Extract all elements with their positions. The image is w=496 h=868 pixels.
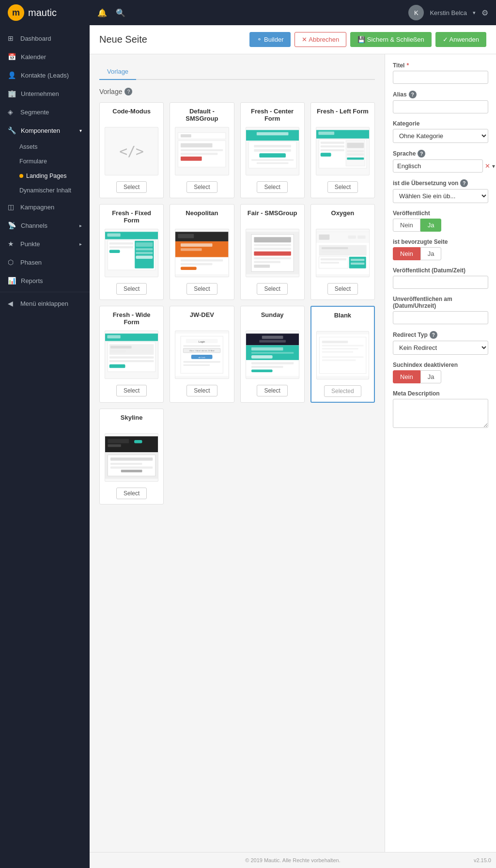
svg-rect-27 (347, 150, 364, 152)
svg-text:Über: I label deinen 3I Mail: Über: I label deinen 3I Mail (189, 349, 215, 352)
select-button-sunday[interactable]: Select (257, 385, 287, 396)
template-name: Fresh - Wide Form (105, 311, 158, 331)
sidebar-item-dashboard[interactable]: ⊞ Dashboard (0, 29, 90, 47)
template-card-blank[interactable]: Blank (310, 306, 375, 403)
template-card-oxygen[interactable]: Oxygen (310, 204, 375, 300)
alias-input[interactable] (393, 100, 488, 113)
user-name[interactable]: Kerstin Belca (430, 9, 467, 16)
sidebar-item-channels[interactable]: 📡 Channels ▸ (0, 216, 90, 235)
template-card-skyline[interactable]: Skyline (99, 409, 164, 505)
redirect-typ-select[interactable]: Kein Redirect (393, 341, 488, 355)
kategorie-select[interactable]: Ohne Kategorie (393, 129, 488, 143)
template-card-fresh-left-form[interactable]: Fresh - Left Form (310, 102, 375, 198)
sidebar-item-komponenten[interactable]: 🔧 Komponenten ▾ (0, 121, 90, 140)
meta-textarea[interactable] (393, 399, 488, 428)
template-name: Neopolitan (186, 209, 218, 229)
template-card-fair-smsgroup[interactable]: Fair - SMSGroup (240, 204, 305, 300)
titel-input[interactable] (393, 71, 488, 84)
template-card-fresh-fixed-form[interactable]: Fresh - Fixed Form (99, 204, 164, 300)
template-name: JW-DEV (190, 311, 214, 331)
svg-rect-49 (181, 259, 223, 261)
sidebar-item-unternehmen[interactable]: 🏢 Unternehmen (0, 84, 90, 103)
sidebar-item-assets[interactable]: Assets (16, 140, 90, 154)
select-button-fresh-wide-form[interactable]: Select (116, 385, 147, 396)
uebersetzung-help-icon[interactable]: ? (460, 179, 468, 187)
select-button-neopolitan[interactable]: Select (186, 283, 217, 295)
sidebar-item-landing-pages[interactable]: Landing Pages (16, 169, 90, 183)
svg-rect-56 (254, 248, 291, 250)
svg-rect-21 (320, 142, 344, 143)
user-chevron-icon[interactable]: ▾ (473, 10, 476, 16)
redirect-help-icon[interactable]: ? (430, 331, 437, 339)
template-card-jw-dev[interactable]: JW-DEV Login Über: I label deinen 3I Mai… (170, 306, 234, 403)
uebersetzung-select[interactable]: Wählen Sie ein üb... (393, 189, 488, 203)
suchindex-ja-button[interactable]: Ja (420, 370, 442, 383)
meta-label: Meta Description (393, 390, 488, 397)
search-icon[interactable]: 🔍 (116, 8, 125, 17)
sidebar-item-punkte[interactable]: ★ Punkte ▸ (0, 235, 90, 253)
sidebar-item-dynamischer[interactable]: Dynamischer Inhalt (16, 183, 90, 198)
fresh-left-preview-svg (316, 127, 369, 175)
selected-button-blank[interactable]: Selected (324, 385, 361, 397)
select-button-fair-smsgroup[interactable]: Select (257, 283, 287, 295)
svg-rect-125 (110, 463, 142, 465)
builder-button[interactable]: ⚬ Builder (249, 32, 291, 47)
veroeffentlicht-nein-button[interactable]: Nein (393, 219, 420, 232)
svg-rect-4 (181, 143, 213, 148)
redirect-typ-label: Redirect Typ ? (393, 331, 488, 339)
sidebar-item-kalender[interactable]: 📅 Kalender (0, 47, 90, 66)
bevorzugte-ja-button[interactable]: Ja (420, 247, 442, 260)
sidebar-item-formulare[interactable]: Formulare (16, 154, 90, 169)
svg-rect-112 (322, 345, 363, 347)
vorlage-help-icon[interactable]: ? (124, 88, 132, 95)
bevorzugte-nein-button[interactable]: Nein (393, 247, 420, 260)
template-card-sunday[interactable]: Sunday (240, 306, 305, 403)
svg-rect-12 (254, 145, 291, 147)
veroeffentlicht-datum-input[interactable] (393, 276, 488, 289)
tab-vorlage[interactable]: Vorlage (99, 64, 136, 80)
template-card-default-smsgroup[interactable]: Default - SMSGroup (170, 102, 234, 198)
sidebar-item-kampagnen[interactable]: ◫ Kampagnen (0, 198, 90, 216)
select-button-jw-dev[interactable]: Select (186, 385, 217, 396)
sidebar-item-kontakte[interactable]: 👤 Kontakte (Leads) (0, 66, 90, 84)
sprache-chevron-icon[interactable]: ▾ (492, 163, 495, 170)
select-button-fresh-fixed-form[interactable]: Select (116, 283, 147, 295)
svg-rect-72 (320, 262, 339, 264)
page-actions: ⚬ Builder ✕ Abbrechen 💾 Sichern & Schlie… (249, 32, 486, 47)
template-name: Fresh - Left Form (317, 108, 369, 127)
svg-rect-50 (181, 263, 213, 265)
select-button-oxygen[interactable]: Select (327, 283, 358, 295)
sidebar-item-menu-einklappen[interactable]: ◀ Menü einklappen (0, 294, 90, 313)
sidebar-item-segmente[interactable]: ◈ Segmente (0, 103, 90, 121)
svg-rect-64 (348, 236, 356, 239)
fresh-wide-preview-svg (105, 331, 158, 379)
select-button-code-modus[interactable]: Select (116, 181, 147, 193)
svg-rect-83 (109, 356, 154, 358)
suchindex-nein-button[interactable]: Nein (393, 370, 420, 383)
select-button-fresh-center-form[interactable]: Select (257, 181, 287, 193)
neopolitan-preview-svg (175, 229, 228, 277)
notifications-icon[interactable]: 🔔 (97, 8, 107, 17)
settings-icon[interactable]: ⚙ (481, 8, 488, 17)
alias-help-icon[interactable]: ? (409, 91, 417, 98)
svg-rect-15 (251, 159, 293, 160)
select-button-skyline[interactable]: Select (116, 488, 147, 499)
sidebar-item-reports[interactable]: 📊 Reports (0, 271, 90, 290)
unveroeffentlicht-datum-input[interactable] (393, 311, 488, 324)
sprache-help-icon[interactable]: ? (418, 150, 425, 158)
anwenden-button[interactable]: ✓ Anwenden (435, 32, 486, 47)
template-card-fresh-center-form[interactable]: Fresh - Center Form (240, 102, 305, 198)
active-dot-icon (19, 174, 23, 178)
select-button-default-smsgroup[interactable]: Select (186, 181, 217, 193)
select-button-fresh-left-form[interactable]: Select (327, 181, 358, 193)
sidebar-item-phasen[interactable]: ⬡ Phasen (0, 253, 90, 271)
svg-rect-38 (136, 242, 153, 247)
template-card-fresh-wide-form[interactable]: Fresh - Wide Form (99, 306, 164, 403)
template-card-neopolitan[interactable]: Neopolitan (170, 204, 234, 300)
sichern-button[interactable]: 💾 Sichern & Schließen (350, 32, 431, 47)
sprache-input[interactable] (393, 159, 483, 173)
veroeffentlicht-ja-button[interactable]: Ja (420, 219, 442, 232)
template-card-code-modus[interactable]: Code-Modus </> Select (99, 102, 164, 198)
abbrechen-button[interactable]: ✕ Abbrechen (294, 32, 346, 47)
sprache-clear-icon[interactable]: ✕ (485, 162, 490, 170)
